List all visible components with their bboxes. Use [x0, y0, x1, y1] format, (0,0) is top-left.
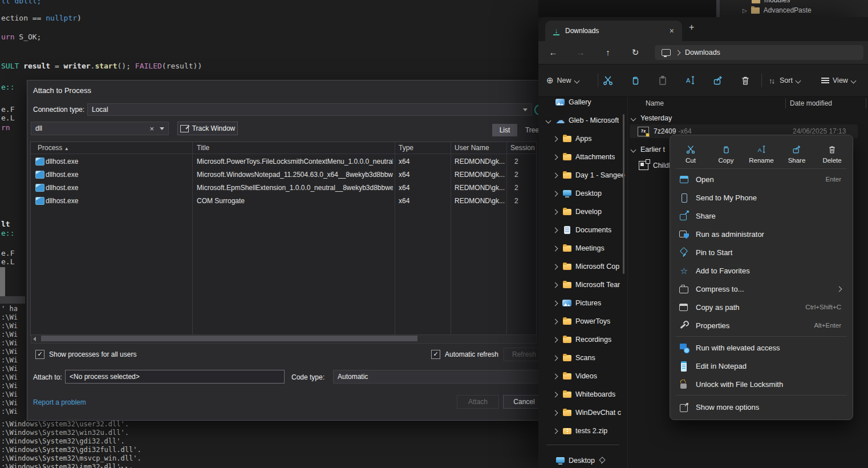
- chevron-right-icon[interactable]: [552, 154, 558, 160]
- chevron-right-icon[interactable]: [552, 337, 558, 342]
- menu-item-edit-in-notepad[interactable]: Edit in Notepad: [674, 357, 849, 375]
- show-all-users-checkbox[interactable]: Show processes for all users: [35, 350, 136, 359]
- chevron-down-icon[interactable]: [631, 115, 636, 121]
- menu-item-pin-to-start[interactable]: Pin to Start: [674, 243, 849, 261]
- sidebar-item-meetings[interactable]: Meetings: [538, 239, 625, 257]
- back-icon[interactable]: ←: [546, 46, 560, 59]
- menu-item-compress-to[interactable]: Compress to...: [674, 280, 849, 298]
- chevron-right-icon[interactable]: [552, 282, 558, 288]
- checkbox-checked-icon[interactable]: [431, 350, 440, 359]
- sidebar-item-onedrive[interactable]: Gleb - Microsoft: [538, 111, 625, 130]
- cut-button[interactable]: [602, 72, 614, 88]
- table-row[interactable]: dllhost.exe Microsoft.EpmShellExtension_…: [31, 181, 536, 194]
- paste-button[interactable]: [657, 72, 668, 88]
- process-filter-input[interactable]: dll ×: [31, 122, 169, 135]
- sidebar-item-attachments[interactable]: Attachments: [538, 148, 625, 166]
- quick-cut-button[interactable]: Cut: [675, 140, 707, 168]
- chevron-right-icon[interactable]: [552, 136, 558, 142]
- column-header-session[interactable]: Session: [510, 142, 535, 154]
- delete-button[interactable]: [740, 72, 751, 88]
- sidebar-item-day1[interactable]: Day 1 - Sangee: [538, 166, 625, 184]
- group-yesterday[interactable]: Yesterday: [631, 111, 672, 125]
- tab-downloads[interactable]: ↓ Downloads ×: [545, 21, 682, 41]
- file-row-childl[interactable]: Childl: [639, 159, 670, 172]
- tree-scrollbar[interactable]: [716, 0, 720, 17]
- quick-delete-button[interactable]: Delete: [816, 140, 848, 168]
- chevron-right-icon[interactable]: [552, 355, 558, 361]
- chevron-right-icon[interactable]: [552, 172, 558, 178]
- menu-item-share[interactable]: Share: [674, 207, 849, 225]
- sidebar-item-pictures[interactable]: Pictures: [538, 294, 625, 312]
- connection-type-select[interactable]: Local: [87, 103, 532, 116]
- chevron-right-icon[interactable]: [552, 209, 558, 215]
- attach-button[interactable]: Attach: [457, 395, 499, 409]
- track-window-button[interactable]: Track Window: [177, 122, 238, 135]
- menu-item-send-to-phone[interactable]: Send to My Phone: [674, 188, 849, 207]
- sidebar-item-tests-zip[interactable]: tests 2.zip: [538, 422, 625, 440]
- refresh-icon[interactable]: ↻: [628, 46, 642, 59]
- table-row[interactable]: dllhost.exe Microsoft.WindowsNotepad_11.…: [31, 168, 536, 181]
- scrollbar-thumb[interactable]: [41, 336, 417, 341]
- view-list-toggle[interactable]: List: [492, 124, 517, 136]
- chevron-right-icon[interactable]: [552, 373, 558, 379]
- group-earlier[interactable]: Earlier t: [631, 143, 665, 156]
- sort-button[interactable]: ↑↓ Sort: [769, 72, 800, 88]
- menu-item-copy-as-path[interactable]: Copy as pathCtrl+Shift+C: [674, 298, 849, 316]
- menu-item-properties[interactable]: PropertiesAlt+Enter: [674, 316, 849, 334]
- auto-refresh-checkbox[interactable]: Automatic refresh: [431, 350, 498, 359]
- rename-button[interactable]: A: [684, 72, 696, 88]
- close-tab-icon[interactable]: ×: [670, 26, 674, 35]
- sidebar-item-gallery[interactable]: Gallery: [538, 93, 625, 111]
- sidebar-item-recordings[interactable]: Recordings: [538, 330, 625, 349]
- chevron-right-icon[interactable]: [552, 227, 558, 233]
- dropdown-caret-icon[interactable]: [523, 108, 528, 111]
- menu-item-unlock-file-locksmith[interactable]: Unlock with File Locksmith: [674, 375, 849, 393]
- column-header-user[interactable]: User Name: [455, 142, 489, 154]
- sidebar-item-powertoys[interactable]: PowerToys: [538, 312, 625, 330]
- sidebar-item-documents[interactable]: Documents: [538, 221, 625, 239]
- attach-to-field[interactable]: <No process selected>: [65, 370, 285, 384]
- menu-item-open[interactable]: OpenEnter: [674, 170, 849, 188]
- view-button[interactable]: View: [821, 72, 855, 88]
- chevron-right-icon[interactable]: [552, 245, 558, 251]
- menu-item-add-to-favorites[interactable]: Add to Favorites: [674, 261, 849, 280]
- report-problem-link[interactable]: Report a problem: [33, 398, 86, 406]
- horizontal-scrollbar[interactable]: [31, 334, 537, 344]
- menu-item-run-as-admin[interactable]: Run as administrator: [674, 225, 849, 243]
- sidebar-item-microsoft-copilot[interactable]: Microsoft Cop: [538, 257, 625, 276]
- column-header-process[interactable]: Process ▲: [38, 142, 69, 154]
- chevron-right-icon[interactable]: [552, 264, 558, 269]
- chevron-right-icon[interactable]: [552, 191, 558, 196]
- up-icon[interactable]: ↑: [601, 46, 615, 59]
- sidebar-item-develop[interactable]: Develop: [538, 203, 625, 221]
- address-bar[interactable]: Downloads: [655, 45, 863, 60]
- code-type-select[interactable]: Automatic: [333, 370, 539, 384]
- chevron-down-icon[interactable]: [631, 147, 636, 152]
- column-header-type[interactable]: Type: [399, 142, 413, 154]
- chevron-right-icon[interactable]: [552, 392, 558, 397]
- filter-dropdown-caret-icon[interactable]: [160, 127, 164, 130]
- quick-rename-button[interactable]: A Rename: [745, 140, 777, 168]
- sidebar-item-videos[interactable]: Videos: [538, 367, 625, 385]
- sidebar-item-desktop-pinned[interactable]: Desktop: [538, 451, 625, 468]
- chevron-down-icon[interactable]: [545, 118, 551, 123]
- table-row[interactable]: dllhost.exe COM Surrogate x64 REDMOND\gk…: [31, 194, 536, 207]
- column-header-date[interactable]: Date modified: [790, 99, 832, 107]
- share-button[interactable]: [712, 72, 724, 88]
- sidebar-scrollbar[interactable]: [623, 114, 624, 274]
- chevron-right-icon[interactable]: [552, 410, 558, 415]
- sidebar-item-desktop[interactable]: Desktop: [538, 184, 625, 203]
- menu-item-show-more-options[interactable]: Show more options: [674, 398, 849, 416]
- sidebar-item-microsoft-teams[interactable]: Microsoft Tear: [538, 276, 625, 294]
- tree-item-advancedpaste[interactable]: ▷ AdvancedPaste: [743, 5, 812, 16]
- chevron-right-icon[interactable]: [552, 318, 558, 324]
- menu-item-run-elevated[interactable]: Run with elevated access: [674, 338, 849, 357]
- checkbox-checked-icon[interactable]: [35, 350, 44, 359]
- sidebar-item-scans[interactable]: Scans: [538, 349, 625, 367]
- copy-button[interactable]: [630, 72, 641, 88]
- column-header-name[interactable]: Name: [646, 99, 664, 107]
- sidebar-item-windevchat[interactable]: WinDevChat c: [538, 404, 625, 422]
- quick-copy-button[interactable]: Copy: [710, 140, 742, 168]
- chevron-right-icon[interactable]: [552, 300, 558, 306]
- scroll-left-icon[interactable]: [33, 337, 36, 341]
